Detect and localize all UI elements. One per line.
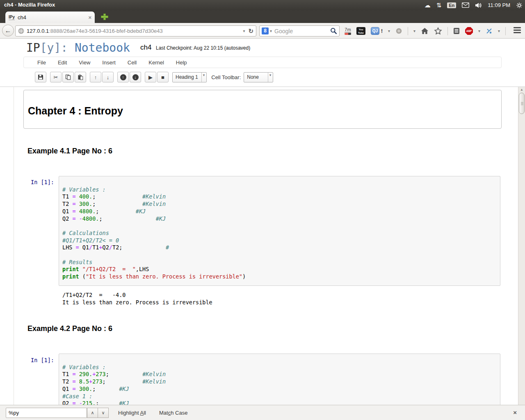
interrupt-kernel-button[interactable]: ■	[157, 72, 169, 82]
gear-icon[interactable]	[516, 2, 523, 9]
example1-output: /T1+Q2/T2 = -4.0It is less than zero. Pr…	[62, 292, 212, 306]
tab-close-icon[interactable]: ×	[88, 14, 91, 21]
page-scrollbar[interactable]: ▲	[518, 87, 525, 405]
example2-input-prompt: In [1]:	[31, 357, 54, 363]
save-button[interactable]	[35, 72, 46, 82]
run-cell-button[interactable]: ▶	[145, 72, 156, 82]
browser-tab[interactable]: IPy ch4 ×	[5, 11, 95, 23]
separator	[447, 27, 448, 35]
home-icon[interactable]	[421, 27, 429, 34]
network-arrows-icon[interactable]: ⇅	[436, 2, 442, 8]
menu-insert[interactable]: Insert	[102, 59, 116, 66]
cell-toolbar-select[interactable]: None▾	[244, 72, 273, 82]
disabled-extension-icon[interactable]	[395, 27, 402, 34]
cell-toolbar-label: Cell Toolbar:	[211, 74, 241, 80]
search-engine-dropdown-icon[interactable]: ▾	[270, 29, 272, 33]
notebook-toolbar: ✂ ↑ ↓ ↑ ↓ ▶ ■ Heading 1▾ Cell Toolbar: N…	[35, 72, 274, 82]
example1-heading[interactable]: Example 4.1 Page No : 6	[27, 147, 112, 155]
play-icon: ▶	[148, 74, 153, 80]
mail-icon[interactable]	[462, 2, 469, 8]
paste-button[interactable]	[75, 72, 86, 82]
url-text[interactable]: 127.0.0.1:8888/26ae74e3-5619-4316-bfef-b…	[27, 28, 243, 34]
search-magnifier-icon[interactable]	[330, 27, 337, 34]
find-next-button[interactable]: ∨	[98, 408, 109, 418]
highlight-all-button[interactable]: Highlight All	[118, 410, 146, 416]
copy-button[interactable]	[62, 72, 74, 82]
insert-cell-above-button[interactable]: ↑	[117, 72, 129, 82]
menu-help[interactable]: Help	[176, 59, 187, 66]
qj-badge: !	[381, 28, 383, 34]
url-host: 127.0.0.1	[27, 28, 49, 34]
scrollbar-thumb[interactable]	[519, 93, 525, 114]
example2-code-input[interactable]: # Variables :T1 = 290.+273; #KelvinT2 = …	[59, 354, 500, 405]
menu-cell[interactable]: Cell	[128, 59, 137, 66]
back-button[interactable]: ←	[2, 25, 14, 37]
notebook-menubar: File Edit View Insert Cell Kernel Help	[23, 57, 502, 68]
search-input[interactable]: Google	[274, 28, 330, 34]
menu-edit[interactable]: Edit	[58, 59, 67, 66]
url-path: :8888/26ae74e3-5619-4316-bfef-bdebd7d30e…	[49, 28, 163, 34]
site-identity-globe-icon[interactable]	[18, 28, 24, 34]
search-engine-icon[interactable]: 8	[262, 27, 269, 34]
extension2-icon[interactable]	[486, 27, 493, 34]
cut-button[interactable]: ✂	[50, 72, 62, 82]
menu-hamburger-icon[interactable]	[514, 27, 521, 34]
volume-icon[interactable]	[475, 2, 482, 8]
move-cell-up-button[interactable]: ↑	[90, 72, 101, 82]
youtube-addon-icon[interactable]: YouTube	[356, 27, 365, 35]
7m-addon-icon[interactable]: 7m	[345, 27, 351, 35]
example1-input-prompt: In [1]:	[31, 179, 54, 185]
ubuntu-panel: ch4 - Mozilla Firefox ☁ ⇅ En 11:09 PM	[0, 0, 525, 10]
extension-dropdown-icon[interactable]: ▾	[413, 29, 415, 33]
circle-up-icon: ↑	[120, 74, 126, 80]
window-title: ch4 - Mozilla Firefox	[4, 2, 55, 8]
match-case-button[interactable]: Match Case	[159, 410, 187, 416]
find-previous-button[interactable]: ∧	[87, 408, 98, 418]
notebook-content: Chapter 4 : Entropy Example 4.1 Page No …	[0, 87, 525, 405]
url-dropdown-icon[interactable]: ▾	[243, 29, 245, 33]
separator	[505, 27, 506, 35]
bookmarks-menu-icon[interactable]	[453, 27, 460, 34]
clock[interactable]: 11:09 PM	[488, 2, 510, 8]
screen: ch4 - Mozilla Firefox ☁ ⇅ En 11:09 PM IP…	[0, 0, 525, 420]
select-caret-icon: ▾	[201, 73, 205, 82]
search-bar[interactable]: 8 ▾ Google	[259, 25, 340, 37]
addon-buttons: 7m YouTube QJ ! ▾ ▾ ABP ▾	[345, 25, 506, 37]
notebook-header: IP[y]: Notebook ch4 Last Checkpoint: Aug…	[0, 39, 525, 87]
browser-toolbar: ← 127.0.0.1:8888/26ae74e3-5619-4316-bfef…	[0, 23, 525, 39]
tab-title: ch4	[18, 14, 88, 21]
bookmark-star-icon[interactable]	[434, 27, 442, 35]
scrollbar-up-icon[interactable]: ▲	[518, 88, 525, 91]
extension2-dropdown-icon[interactable]: ▾	[498, 29, 500, 33]
insert-cell-below-button[interactable]: ↓	[130, 72, 141, 82]
cell-type-select[interactable]: Heading 1▾	[172, 72, 207, 82]
move-cell-down-button[interactable]: ↓	[102, 72, 114, 82]
ipython-favicon: IPy	[9, 15, 15, 20]
url-bar[interactable]: 127.0.0.1:8888/26ae74e3-5619-4316-bfef-b…	[15, 25, 256, 37]
qj-addon-icon[interactable]: QJ	[371, 27, 379, 35]
cloud-icon[interactable]: ☁	[425, 2, 431, 8]
find-close-icon[interactable]: ×	[513, 409, 517, 416]
menu-file[interactable]: File	[37, 59, 46, 66]
find-input[interactable]	[6, 408, 87, 418]
system-tray: ☁ ⇅ En 11:09 PM	[425, 0, 523, 10]
keyboard-layout-indicator[interactable]: En	[447, 2, 456, 8]
qj-dropdown-icon[interactable]: ▾	[388, 29, 390, 33]
arrow-up-icon: ↑	[94, 74, 97, 80]
separator	[408, 27, 408, 35]
menu-kernel[interactable]: Kernel	[148, 59, 164, 66]
notebook-title[interactable]: ch4	[140, 43, 151, 52]
adblock-dropdown-icon[interactable]: ▾	[478, 29, 480, 33]
find-bar: ∧ ∨ Highlight All Match Case ×	[0, 405, 525, 420]
reload-icon[interactable]: ↻	[248, 27, 253, 35]
ipython-logo[interactable]: IP[y]: Notebook	[26, 41, 130, 55]
new-tab-button[interactable]	[101, 14, 108, 20]
menu-view[interactable]: View	[79, 59, 90, 66]
adblock-plus-icon[interactable]: ABP	[465, 27, 473, 35]
cut-icon: ✂	[54, 74, 58, 80]
example1-code-input[interactable]: # Variables :T1 = 400.; #KelvinT2 = 300.…	[59, 176, 500, 286]
tab-strip: IPy ch4 ×	[0, 10, 525, 23]
heading-cell[interactable]: Chapter 4 : Entropy	[23, 90, 502, 129]
example2-heading[interactable]: Example 4.2 Page No : 6	[27, 324, 112, 333]
container-edge	[14, 87, 14, 405]
